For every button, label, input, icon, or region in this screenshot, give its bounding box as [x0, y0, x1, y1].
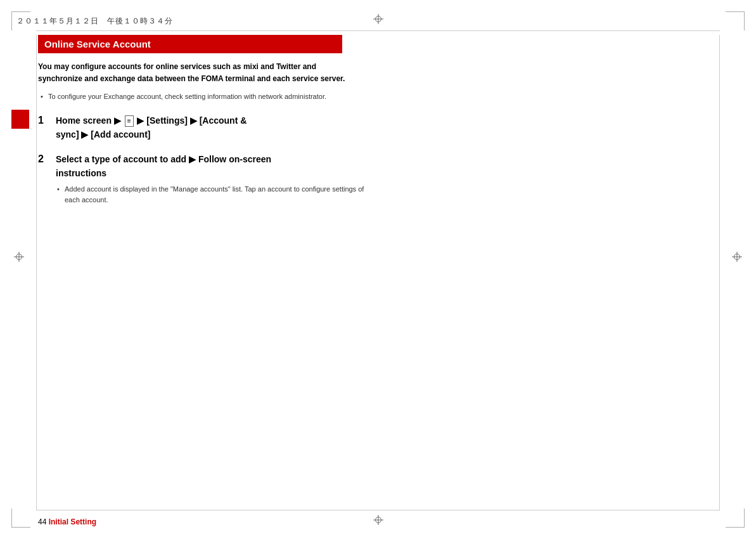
- step-2-bullet: Added account is displayed in the "Manag…: [56, 184, 374, 205]
- crosshair-left: [14, 252, 24, 262]
- crosshair-bottom: [373, 515, 383, 525]
- footer: 44 Initial Setting: [38, 517, 96, 526]
- header-datetime: ２０１１年５月１２日 午後１０時３４分: [16, 16, 173, 27]
- header-bar: ２０１１年５月１２日 午後１０時３４分: [11, 11, 745, 30]
- crosshair-right: [732, 252, 742, 262]
- step-1-number: 1: [38, 115, 56, 126]
- section-title: Online Service Account: [38, 35, 342, 53]
- menu-icon: ≡: [125, 115, 134, 127]
- intro-bold-text: You may configure accounts for online se…: [38, 61, 355, 85]
- content-area: Online Service Account You may configure…: [38, 35, 718, 507]
- step-2-number: 2: [38, 153, 56, 165]
- intro-note: To configure your Exchange account, chec…: [38, 91, 355, 102]
- red-marker: [11, 110, 29, 129]
- corner-bl: [11, 509, 30, 528]
- footer-section-label: Initial Setting: [49, 517, 96, 526]
- top-divider: [36, 30, 720, 31]
- step-1: 1 Home screen ▶ ≡ ▶ [Settings] ▶ [Accoun…: [38, 114, 374, 142]
- step-2: 2 Select a type of account to add ▶ Foll…: [38, 152, 374, 205]
- step-2-content: Select a type of account to add ▶ Follow…: [56, 152, 374, 205]
- page-number: 44: [38, 517, 46, 526]
- step-1-content: Home screen ▶ ≡ ▶ [Settings] ▶ [Account …: [56, 114, 374, 142]
- step-1-text: Home screen ▶ ≡ ▶ [Settings] ▶ [Account …: [56, 114, 374, 142]
- step-2-text: Select a type of account to add ▶ Follow…: [56, 152, 374, 181]
- left-divider: [36, 35, 37, 510]
- right-divider: [719, 35, 720, 510]
- corner-br: [726, 509, 745, 528]
- bottom-divider: [36, 510, 720, 510]
